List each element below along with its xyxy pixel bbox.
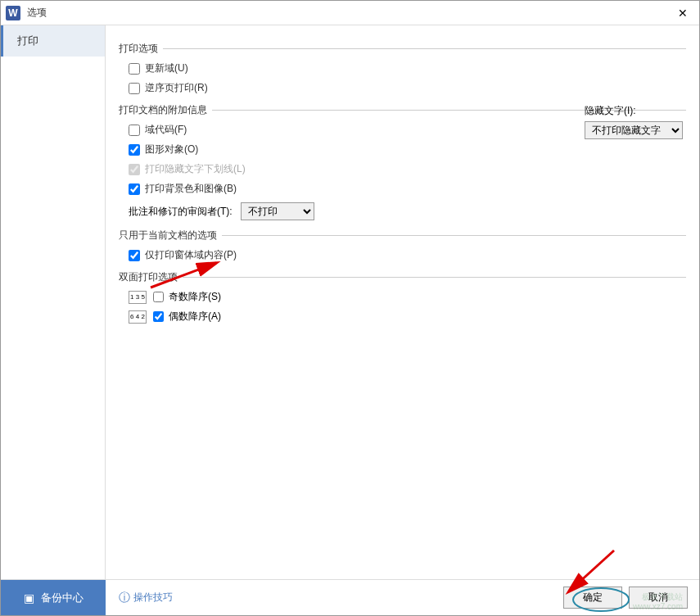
checkbox-form-content[interactable] — [129, 250, 140, 261]
sidebar: 打印 — [1, 25, 106, 579]
label-odd-desc[interactable]: 奇数降序(S) — [169, 290, 221, 304]
label-reverse-print[interactable]: 逆序页打印(R) — [145, 81, 208, 95]
cancel-button[interactable]: 取消 — [629, 587, 688, 609]
group-current-doc: 只用于当前文档的选项 — [119, 229, 686, 242]
label-background[interactable]: 打印背景色和图像(B) — [145, 182, 237, 196]
tips-icon: ⓘ — [119, 591, 130, 605]
backup-label: 备份中心 — [41, 591, 84, 605]
annotation-arrow-1 — [147, 242, 228, 292]
checkbox-even-desc[interactable] — [153, 311, 164, 322]
label-update-fields[interactable]: 更新域(U) — [145, 61, 188, 75]
label-reviewer: 批注和修订的审阅者(T): — [129, 205, 233, 219]
app-icon: W — [6, 6, 20, 20]
label-field-codes[interactable]: 域代码(F) — [145, 123, 187, 137]
title-bar: W 选项 ✕ — [1, 1, 699, 25]
divider — [222, 235, 686, 236]
backup-icon: ▣ — [24, 591, 34, 605]
group-current-doc-title: 只用于当前文档的选项 — [119, 229, 217, 242]
label-hidden-text: 隐藏文字(I): — [585, 104, 683, 118]
tips-label: 操作技巧 — [133, 591, 173, 605]
odd-order-icon: 1 3 5 — [129, 291, 147, 304]
hidden-text-container: 隐藏文字(I): 不打印隐藏文字 — [585, 104, 683, 139]
backup-center-button[interactable]: ▣ 备份中心 — [1, 580, 106, 616]
group-additional-title: 打印文档的附加信息 — [119, 103, 207, 117]
select-hidden-text[interactable]: 不打印隐藏文字 — [585, 121, 683, 139]
select-reviewer[interactable]: 不打印 — [241, 202, 314, 220]
svg-line-1 — [151, 263, 216, 288]
tips-link[interactable]: ⓘ 操作技巧 — [119, 591, 173, 605]
svg-line-3 — [569, 550, 614, 591]
content-panel: 打印选项 更新域(U) 逆序页打印(R) 打印文档的附加信息 域代码(F) — [106, 25, 699, 579]
label-even-desc[interactable]: 偶数降序(A) — [169, 310, 221, 324]
even-order-icon: 6 4 2 — [129, 310, 147, 324]
checkbox-field-codes[interactable] — [129, 125, 140, 136]
annotation-arrow-2 — [557, 546, 622, 604]
divider — [183, 277, 686, 278]
checkbox-odd-desc[interactable] — [153, 292, 164, 302]
window-title: 选项 — [27, 6, 47, 20]
label-hidden-underline: 打印隐藏文字下划线(L) — [145, 162, 246, 176]
checkbox-reverse-print[interactable] — [129, 83, 140, 94]
label-graphics[interactable]: 图形对象(O) — [145, 143, 198, 156]
checkbox-hidden-underline — [129, 164, 140, 175]
group-print-options-title: 打印选项 — [119, 42, 158, 56]
checkbox-graphics[interactable] — [129, 144, 140, 156]
main-container: 打印 打印选项 更新域(U) 逆序页打印(R) — [1, 25, 699, 579]
group-print-options: 打印选项 — [119, 42, 686, 56]
divider — [163, 48, 686, 49]
checkbox-background[interactable] — [129, 183, 140, 195]
sidebar-item-print[interactable]: 打印 — [1, 25, 105, 57]
close-button[interactable]: ✕ — [666, 1, 699, 25]
checkbox-update-fields[interactable] — [129, 63, 140, 75]
